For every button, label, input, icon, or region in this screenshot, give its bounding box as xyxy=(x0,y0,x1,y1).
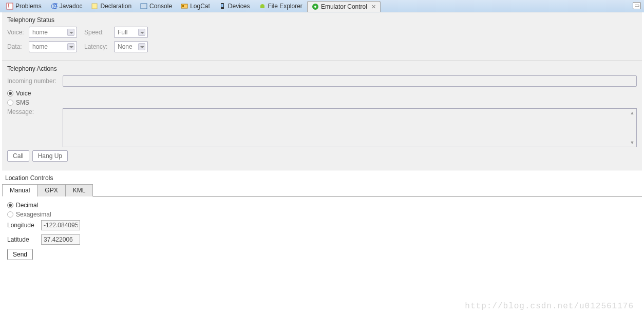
problems-icon: ! xyxy=(6,3,13,10)
sms-radio-row[interactable]: SMS xyxy=(7,99,637,106)
incoming-number-input[interactable] xyxy=(63,75,637,87)
telephony-actions-panel: Telephony Actions Incoming number: Voice… xyxy=(2,61,642,170)
emulator-icon xyxy=(312,3,319,10)
latitude-label: Latitude xyxy=(7,236,37,243)
subtab-gpx[interactable]: GPX xyxy=(37,184,65,196)
close-icon[interactable]: ✕ xyxy=(371,4,376,10)
data-label: Data: xyxy=(7,43,25,50)
tab-label: Declaration xyxy=(100,3,131,10)
call-button[interactable]: Call xyxy=(7,150,29,162)
tab-console[interactable]: Console xyxy=(136,0,177,12)
tab-label: Emulator Control xyxy=(321,3,367,10)
svg-point-12 xyxy=(314,6,316,8)
location-body: Decimal Sexagesimal Longitude Latitude S… xyxy=(0,196,644,265)
telephony-status-title: Telephony Status xyxy=(7,14,637,27)
declaration-icon xyxy=(91,3,98,10)
radio-off-icon xyxy=(7,100,13,106)
chevron-down-icon xyxy=(138,29,145,36)
tab-label: Problems xyxy=(15,3,42,10)
speed-select[interactable]: Full xyxy=(114,27,148,38)
tab-file-explorer[interactable]: File Explorer xyxy=(255,0,307,12)
tab-label: Javadoc xyxy=(60,3,83,10)
chevron-down-icon xyxy=(67,29,74,36)
tab-label: LogCat xyxy=(190,3,210,10)
location-subtabs: Manual GPX KML xyxy=(2,184,642,196)
tab-emulator-control[interactable]: Emulator Control ✕ xyxy=(307,1,381,12)
tab-label: Devices xyxy=(228,3,250,10)
subtab-manual[interactable]: Manual xyxy=(2,184,37,196)
decimal-radio-label: Decimal xyxy=(16,202,38,209)
chevron-down-icon xyxy=(138,43,145,50)
javadoc-icon: @ xyxy=(50,3,58,10)
voice-select[interactable]: home xyxy=(29,27,77,38)
sexagesimal-radio-row[interactable]: Sexagesimal xyxy=(7,211,637,218)
subtab-kml[interactable]: KML xyxy=(65,184,93,196)
tab-declaration[interactable]: Declaration xyxy=(87,0,136,12)
svg-rect-6 xyxy=(181,4,187,8)
minimize-icon[interactable]: ▭ xyxy=(633,2,641,9)
longitude-label: Longitude xyxy=(7,222,37,229)
view-tab-bar: ! Problems @ Javadoc Declaration Console xyxy=(0,0,644,12)
svg-text:@: @ xyxy=(52,3,58,9)
tab-problems[interactable]: ! Problems xyxy=(2,0,46,12)
svg-rect-5 xyxy=(141,4,147,9)
telephony-actions-title: Telephony Actions xyxy=(7,63,637,75)
incoming-number-label: Incoming number: xyxy=(7,77,59,85)
radio-on-icon xyxy=(7,90,13,96)
latitude-input[interactable] xyxy=(41,234,80,245)
svg-rect-4 xyxy=(92,4,97,9)
tab-label: Console xyxy=(149,3,172,10)
longitude-input[interactable] xyxy=(41,220,80,230)
android-icon xyxy=(259,3,266,10)
scroll-down-icon[interactable]: ▼ xyxy=(629,140,635,146)
tab-devices[interactable]: Devices xyxy=(215,0,255,12)
svg-rect-7 xyxy=(182,5,184,7)
latency-select[interactable]: None xyxy=(114,41,148,52)
speed-label: Speed: xyxy=(84,29,110,36)
scrollbar[interactable]: ▲ ▼ xyxy=(629,110,635,146)
telephony-status-panel: Telephony Status Voice: home Speed: Full… xyxy=(2,12,642,61)
tab-javadoc[interactable]: @ Javadoc xyxy=(46,0,87,12)
logcat-icon xyxy=(181,3,188,10)
tab-label: File Explorer xyxy=(268,3,302,10)
message-textarea[interactable]: ▲ ▼ xyxy=(63,108,637,147)
hangup-button[interactable]: Hang Up xyxy=(32,150,68,162)
voice-radio-row[interactable]: Voice xyxy=(7,90,637,97)
svg-rect-9 xyxy=(221,4,223,7)
svg-rect-10 xyxy=(260,5,264,8)
message-label: Message: xyxy=(7,108,59,115)
chevron-down-icon xyxy=(67,43,74,50)
radio-on-icon xyxy=(7,202,13,208)
location-controls-title: Location Controls xyxy=(0,170,644,184)
sms-radio-label: SMS xyxy=(16,99,29,106)
devices-icon xyxy=(219,3,226,10)
watermark: http://blog.csdn.net/u012561176 xyxy=(465,302,634,311)
data-select[interactable]: home xyxy=(29,41,77,52)
voice-label: Voice: xyxy=(7,29,25,36)
console-icon xyxy=(140,3,147,10)
send-button[interactable]: Send xyxy=(7,249,33,260)
tab-logcat[interactable]: LogCat xyxy=(177,0,215,12)
voice-radio-label: Voice xyxy=(16,90,31,97)
sexagesimal-radio-label: Sexagesimal xyxy=(16,211,51,218)
latency-label: Latency: xyxy=(84,43,110,50)
svg-text:!: ! xyxy=(8,3,9,10)
scroll-up-icon[interactable]: ▲ xyxy=(629,110,635,116)
radio-off-icon xyxy=(7,211,13,218)
decimal-radio-row[interactable]: Decimal xyxy=(7,202,637,209)
